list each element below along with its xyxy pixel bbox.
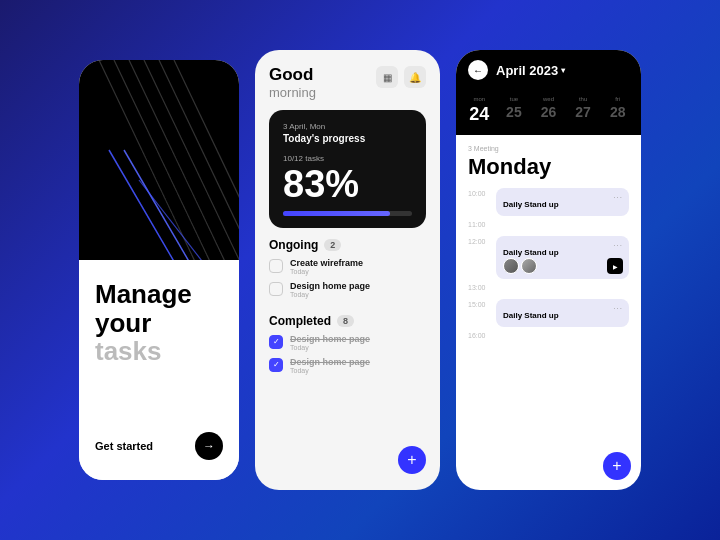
time-slot-1000: 10:00 Daily Stand up ··· <box>468 188 629 216</box>
calendar-header: ← April 2023 ▾ <box>456 50 641 90</box>
completed-task-name-1: Design home page <box>290 334 370 344</box>
time-slot-1200: 12:00 Daily Stand up ··· ▶ <box>468 236 629 279</box>
time-slot-1100: 11:00 <box>468 219 629 233</box>
get-started-row: Get started → <box>95 432 223 460</box>
day-num-fri: 28 <box>610 104 626 120</box>
event-options-1[interactable]: ··· <box>613 193 623 202</box>
day-num-thu: 27 <box>575 104 591 120</box>
completed-task-item: ✓ Design home page Today <box>269 357 426 374</box>
progress-label: Today's progress <box>283 133 412 144</box>
day-col-mon[interactable]: mon 24 <box>464 96 495 125</box>
task-name-1: Create wireframe <box>290 258 363 268</box>
time-1200: 12:00 <box>468 238 490 245</box>
add-event-fab[interactable]: + <box>603 452 631 480</box>
time-1500: 15:00 <box>468 301 490 308</box>
svg-line-2 <box>129 60 229 260</box>
day-label-fri: fri <box>615 96 620 102</box>
day-label-mon: mon <box>473 96 485 102</box>
event-daily-standup-3[interactable]: Daily Stand up ··· <box>496 299 629 327</box>
task-checkbox-2[interactable] <box>269 282 283 296</box>
event-name-1: Daily Stand up <box>503 200 559 209</box>
get-started-label: Get started <box>95 440 153 452</box>
month-chevron[interactable]: ▾ <box>561 66 565 75</box>
greeting: Good morning <box>269 66 316 100</box>
time-1300: 13:00 <box>468 284 490 291</box>
card1-bottom-section: Manage your tasks Get started → <box>79 260 239 480</box>
day-col-fri[interactable]: fri 28 <box>602 96 633 125</box>
time-slot-1300: 13:00 <box>468 282 629 296</box>
manage-title: Manage your tasks <box>95 280 223 366</box>
svg-line-3 <box>144 60 239 260</box>
completed-task-name-2: Design home page <box>290 357 370 367</box>
calendar-card: ← April 2023 ▾ mon 24 tue 25 wed 26 thu … <box>456 50 641 490</box>
event-daily-standup-2[interactable]: Daily Stand up ··· ▶ <box>496 236 629 279</box>
event-name-3: Daily Stand up <box>503 311 559 320</box>
week-strip: mon 24 tue 25 wed 26 thu 27 fri 28 <box>456 90 641 135</box>
day-col-tue[interactable]: tue 25 <box>499 96 530 125</box>
event-options-2[interactable]: ··· <box>613 241 623 250</box>
day-label-thu: thu <box>579 96 587 102</box>
day-label-tue: tue <box>510 96 518 102</box>
event-name-2: Daily Stand up <box>503 248 559 257</box>
completed-task-item: ✓ Design home page Today <box>269 334 426 351</box>
day-num-tue: 25 <box>506 104 522 120</box>
day-col-thu[interactable]: thu 27 <box>568 96 599 125</box>
day-num-wed: 26 <box>541 104 557 120</box>
day-num-mon: 24 <box>469 104 489 125</box>
task-manager-card: Good morning ▦ 🔔 3 April, Mon Today's pr… <box>255 50 440 490</box>
avatar-1 <box>503 258 519 274</box>
month-label: April 2023 ▾ <box>496 63 565 78</box>
completed-checkbox-1[interactable]: ✓ <box>269 335 283 349</box>
empty-slot-1300 <box>496 282 629 296</box>
diagonal-lines-decoration <box>79 60 239 260</box>
header-icons: ▦ 🔔 <box>376 66 426 88</box>
task-date-1: Today <box>290 268 363 275</box>
event-options-3[interactable]: ··· <box>613 304 623 313</box>
add-task-fab[interactable]: + <box>398 446 426 474</box>
bell-icon[interactable]: 🔔 <box>404 66 426 88</box>
day-label-wed: wed <box>543 96 554 102</box>
calendar-icon[interactable]: ▦ <box>376 66 398 88</box>
ongoing-section: Ongoing 2 Create wireframe Today Design … <box>269 238 426 304</box>
event-daily-standup-1[interactable]: Daily Stand up ··· <box>496 188 629 216</box>
empty-slot-1600 <box>496 330 629 344</box>
percent-display: 83% <box>283 165 412 203</box>
avatar-row <box>503 258 537 274</box>
progress-card: 3 April, Mon Today's progress 10/12 task… <box>269 110 426 228</box>
completed-section: Completed 8 ✓ Design home page Today ✓ D… <box>269 314 426 380</box>
task-item: Design home page Today <box>269 281 426 298</box>
ongoing-title: Ongoing <box>269 238 318 252</box>
greeting-morning: morning <box>269 85 316 100</box>
ongoing-header: Ongoing 2 <box>269 238 426 252</box>
time-slot-1500: 15:00 Daily Stand up ··· <box>468 299 629 327</box>
calendar-body: 3 Meeting Monday 10:00 Daily Stand up ··… <box>456 135 641 452</box>
ongoing-badge: 2 <box>324 239 341 251</box>
back-button[interactable]: ← <box>468 60 488 80</box>
avatar-2 <box>521 258 537 274</box>
progress-bar-bg <box>283 211 412 216</box>
completed-badge: 8 <box>337 315 354 327</box>
task-item: Create wireframe Today <box>269 258 426 275</box>
completed-title: Completed <box>269 314 331 328</box>
manage-tasks-card: Manage your tasks Get started → <box>79 60 239 480</box>
time-1100: 11:00 <box>468 221 490 228</box>
get-started-button[interactable]: → <box>195 432 223 460</box>
card1-top-section <box>79 60 239 260</box>
progress-date: 3 April, Mon <box>283 122 412 131</box>
meeting-label: 3 Meeting <box>468 145 629 152</box>
progress-bar-fill <box>283 211 390 216</box>
completed-task-date-2: Today <box>290 367 370 374</box>
completed-header: Completed 8 <box>269 314 426 328</box>
task-name-2: Design home page <box>290 281 370 291</box>
time-1000: 10:00 <box>468 190 490 197</box>
day-title: Monday <box>468 154 629 180</box>
day-col-wed[interactable]: wed 26 <box>533 96 564 125</box>
time-slot-1600: 16:00 <box>468 330 629 344</box>
completed-checkbox-2[interactable]: ✓ <box>269 358 283 372</box>
video-icon[interactable]: ▶ <box>607 258 623 274</box>
task-checkbox-1[interactable] <box>269 259 283 273</box>
greeting-good: Good <box>269 66 316 85</box>
empty-slot-1100 <box>496 219 629 233</box>
tasks-count: 10/12 tasks <box>283 154 412 163</box>
time-1600: 16:00 <box>468 332 490 339</box>
